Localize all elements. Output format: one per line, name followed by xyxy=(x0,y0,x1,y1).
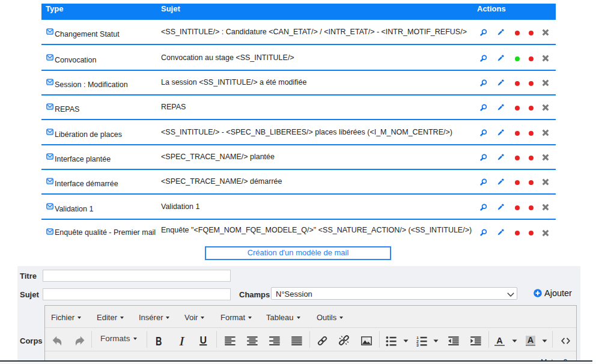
svg-text:U: U xyxy=(199,335,207,345)
svg-text:B: B xyxy=(156,335,162,347)
svg-text:I: I xyxy=(178,335,184,347)
svg-text:3: 3 xyxy=(416,342,419,346)
